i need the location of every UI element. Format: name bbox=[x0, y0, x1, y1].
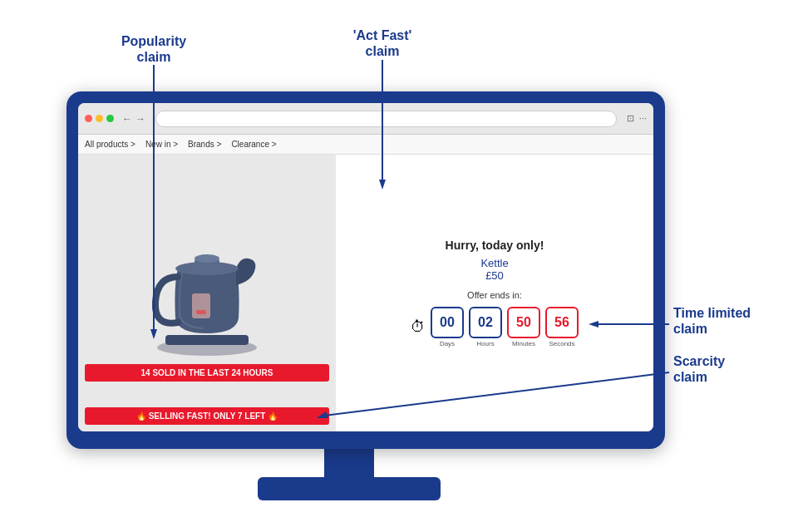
monitor-stand-neck bbox=[324, 447, 374, 480]
countdown-timer-icon-item: ⏱ bbox=[411, 318, 426, 347]
nav-new-in[interactable]: New in > bbox=[145, 140, 178, 149]
countdown-days: 00 Days bbox=[431, 307, 464, 347]
countdown-timer: ⏱ 00 Days 02 Hours 50 Minutes bbox=[411, 307, 579, 347]
days-label: Days bbox=[440, 340, 455, 347]
countdown-seconds: 56 Seconds bbox=[545, 307, 579, 347]
kettle-svg bbox=[124, 202, 290, 368]
countdown-hours: 02 Hours bbox=[469, 307, 502, 347]
forward-icon[interactable]: → bbox=[135, 113, 145, 125]
days-box: 00 bbox=[431, 307, 464, 338]
right-panel: Hurry, today only! Kettle £50 Offer ends… bbox=[336, 155, 653, 431]
monitor-screen: ← → ⊡ ··· All products > New in > Brands… bbox=[78, 103, 653, 431]
minimize-button[interactable] bbox=[96, 115, 103, 122]
act-fast-claim-label2: claim bbox=[366, 44, 400, 58]
nav-brands[interactable]: Brands > bbox=[188, 140, 221, 149]
act-fast-heading: Hurry, today only! bbox=[446, 239, 544, 252]
stopwatch-icon: ⏱ bbox=[411, 318, 426, 336]
nav-clearance[interactable]: Clearance > bbox=[231, 140, 276, 149]
scarcity-claim-label: Scarcity bbox=[673, 354, 725, 368]
svg-rect-5 bbox=[192, 293, 210, 318]
url-bar[interactable] bbox=[155, 111, 617, 127]
popularity-claim-label: Popularity bbox=[121, 34, 186, 48]
product-image bbox=[124, 202, 290, 368]
product-name: Kettle bbox=[480, 257, 508, 269]
browser-icons: ⊡ ··· bbox=[627, 113, 647, 124]
back-forward-buttons: ← → bbox=[122, 113, 145, 125]
nav-all-products[interactable]: All products > bbox=[85, 140, 135, 149]
seconds-label: Seconds bbox=[549, 340, 574, 347]
svg-rect-1 bbox=[165, 335, 249, 345]
maximize-button[interactable] bbox=[106, 115, 114, 122]
svg-rect-6 bbox=[196, 310, 206, 314]
time-limited-label: Time limited bbox=[673, 306, 751, 320]
popularity-badge: 14 SOLD IN THE LAST 24 HOURS bbox=[85, 364, 329, 382]
cast-icon: ⊡ bbox=[627, 113, 634, 124]
minutes-box: 50 bbox=[507, 307, 540, 338]
nav-bar: All products > New in > Brands > Clearan… bbox=[78, 135, 653, 155]
offer-ends-label: Offer ends in: bbox=[467, 290, 522, 300]
svg-point-4 bbox=[195, 254, 219, 263]
time-limited-label2: claim bbox=[673, 322, 707, 336]
seconds-box: 56 bbox=[545, 307, 579, 338]
act-fast-claim-label: 'Act Fast' bbox=[353, 28, 412, 42]
product-price: £50 bbox=[485, 269, 504, 282]
monitor-stand-base bbox=[258, 477, 441, 500]
content-area: 14 SOLD IN THE LAST 24 HOURS 🔥 SELLING F… bbox=[78, 155, 653, 431]
popularity-claim-label2: claim bbox=[137, 50, 171, 64]
back-icon[interactable]: ← bbox=[122, 113, 132, 125]
menu-icon[interactable]: ··· bbox=[639, 113, 647, 124]
close-button[interactable] bbox=[85, 115, 92, 122]
minutes-label: Minutes bbox=[512, 340, 535, 347]
traffic-lights bbox=[85, 115, 114, 122]
browser-chrome: ← → ⊡ ··· bbox=[78, 103, 653, 135]
left-panel: 14 SOLD IN THE LAST 24 HOURS 🔥 SELLING F… bbox=[78, 155, 336, 431]
scarcity-claim-label2: claim bbox=[673, 370, 707, 384]
hours-label: Hours bbox=[476, 340, 494, 347]
monitor-frame: ← → ⊡ ··· All products > New in > Brands… bbox=[66, 91, 665, 449]
countdown-minutes: 50 Minutes bbox=[507, 307, 540, 347]
scarcity-banner: 🔥 SELLING FAST! ONLY 7 LEFT 🔥 bbox=[85, 407, 329, 425]
hours-box: 02 bbox=[469, 307, 502, 338]
